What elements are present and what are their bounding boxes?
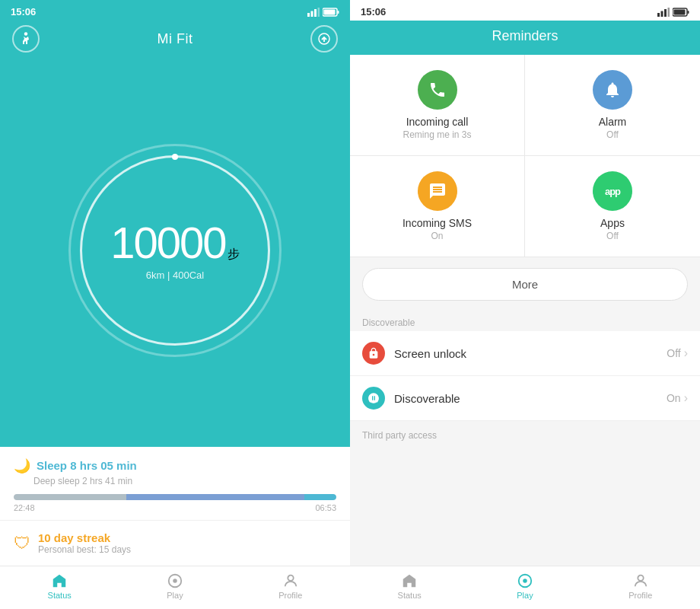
sleep-bar	[14, 494, 336, 500]
runner-icon	[20, 32, 32, 46]
svg-point-12	[288, 576, 293, 581]
left-time: 15:06	[11, 6, 36, 18]
app-text: app	[605, 186, 620, 197]
svg-rect-15	[664, 9, 667, 17]
left-nav-status-label: Status	[48, 591, 72, 600]
battery-icon	[323, 8, 339, 17]
reminder-apps-status: Off	[606, 231, 619, 241]
alarm-icon-circle	[593, 70, 632, 110]
outer-ring: 10000 步 6km | 400Cal	[68, 144, 282, 357]
sleep-rem-bar	[304, 494, 336, 500]
sleep-section[interactable]: 🌙 Sleep 8 hrs 05 min Deep sleep 2 hrs 41…	[0, 447, 350, 521]
streak-title: 10 day streak	[38, 531, 131, 544]
discoverable-item[interactable]: Discoverable On ›	[350, 376, 700, 421]
person-icon-left	[282, 572, 299, 589]
svg-point-7	[24, 32, 27, 35]
svg-rect-5	[338, 11, 339, 14]
reminder-sms[interactable]: Incoming SMS On	[350, 156, 525, 257]
screen-unlock-item[interactable]: Screen unlock Off ›	[350, 331, 700, 376]
step-unit: 步	[228, 247, 240, 263]
reminder-call-title: Incoming call	[406, 116, 469, 128]
sleep-times: 22:48 06:53	[14, 503, 336, 512]
third-party-label: Third party access	[350, 421, 700, 444]
phone-icon-circle	[418, 70, 457, 110]
reminder-alarm-title: Alarm	[599, 116, 627, 128]
svg-rect-18	[688, 11, 689, 14]
alarm-icon	[603, 81, 622, 99]
left-nav-play-label: Play	[167, 591, 183, 600]
svg-rect-1	[311, 11, 313, 17]
streak-icon: 🛡	[14, 534, 30, 553]
svg-rect-0	[307, 13, 310, 17]
reminders-title: Reminders	[492, 28, 558, 43]
sms-icon	[428, 182, 447, 200]
sleep-light-bar	[126, 494, 304, 500]
right-signal-icon	[657, 8, 670, 17]
reminder-apps-title: Apps	[600, 217, 625, 229]
lock-icon	[368, 347, 380, 359]
svg-point-22	[638, 576, 643, 581]
reminder-incoming-call[interactable]: Incoming call Reming me in 3s	[350, 55, 525, 156]
left-nav-status[interactable]: Status	[48, 572, 72, 600]
runner-icon-button[interactable]	[12, 25, 40, 53]
screen-unlock-label: Screen unlock	[394, 347, 667, 360]
discoverable-icon	[368, 392, 380, 404]
right-nav-status-label: Status	[398, 591, 422, 600]
left-status-bar: 15:06	[0, 0, 350, 21]
settings-list: Screen unlock Off › Discoverable On ›	[350, 331, 700, 421]
right-nav-profile-label: Profile	[628, 591, 652, 600]
left-panel: 15:06 Mi Fit	[0, 0, 350, 609]
right-target-icon	[517, 572, 533, 589]
right-nav-play-label: Play	[517, 591, 533, 600]
left-nav-profile[interactable]: Profile	[278, 572, 302, 600]
progress-dot	[172, 154, 178, 160]
inner-ring: 10000 步 6km | 400Cal	[80, 155, 270, 346]
reminders-grid: Incoming call Reming me in 3s Alarm Off …	[350, 55, 700, 257]
right-nav-profile[interactable]: Profile	[628, 572, 652, 600]
more-button[interactable]: More	[362, 268, 688, 301]
reminder-alarm-status: Off	[606, 129, 619, 140]
svg-rect-14	[661, 11, 663, 17]
step-count-container: 10000 步	[110, 221, 239, 265]
reminder-apps[interactable]: app Apps Off	[525, 156, 700, 257]
step-count: 10000	[110, 221, 225, 265]
more-button-container: More	[350, 257, 700, 311]
streak-section[interactable]: 🛡 10 day streak Personal best: 15 days	[0, 521, 350, 566]
sleep-icon: 🌙	[14, 458, 30, 474]
svg-point-21	[523, 579, 527, 583]
svg-rect-16	[668, 8, 670, 17]
sleep-end-time: 06:53	[315, 503, 336, 512]
streak-info: 10 day streak Personal best: 15 days	[38, 531, 131, 555]
left-nav-play[interactable]: Play	[167, 572, 183, 600]
sleep-header: 🌙 Sleep 8 hrs 05 min	[14, 458, 336, 474]
steps-circle: 10000 步 6km | 400Cal	[0, 54, 350, 447]
upload-icon	[318, 32, 330, 46]
reminder-sms-status: On	[431, 231, 443, 241]
right-nav-status[interactable]: Status	[398, 572, 422, 600]
sleep-title: Sleep 8 hrs 05 min	[37, 459, 137, 472]
left-bottom-nav: Status Play Profile	[0, 566, 350, 609]
right-battery-icon	[673, 8, 689, 17]
svg-rect-13	[657, 13, 660, 17]
sms-icon-circle	[418, 171, 457, 211]
screen-unlock-value: Off	[667, 347, 680, 359]
upload-icon-button[interactable]	[310, 25, 338, 53]
left-status-icons	[307, 8, 339, 17]
right-bottom-nav: Status Play Profile	[350, 566, 700, 609]
target-icon	[167, 572, 183, 589]
reminder-alarm[interactable]: Alarm Off	[525, 55, 700, 156]
sleep-deep-bar	[14, 494, 126, 500]
svg-point-11	[173, 579, 177, 583]
svg-rect-6	[324, 9, 336, 14]
wifi-icon-circle	[362, 387, 385, 410]
right-time: 15:06	[361, 6, 386, 18]
sleep-title-container: Sleep 8 hrs 05 min	[37, 459, 137, 473]
signal-icon	[307, 8, 320, 17]
reminder-sms-title: Incoming SMS	[402, 217, 472, 229]
home-icon	[51, 572, 68, 589]
discoverable-setting-label: Discoverable	[394, 392, 667, 405]
sleep-start-time: 22:48	[14, 503, 35, 512]
right-nav-play[interactable]: Play	[517, 572, 533, 600]
app-title: Mi Fit	[158, 31, 193, 47]
right-status-bar: 15:06	[350, 0, 700, 21]
